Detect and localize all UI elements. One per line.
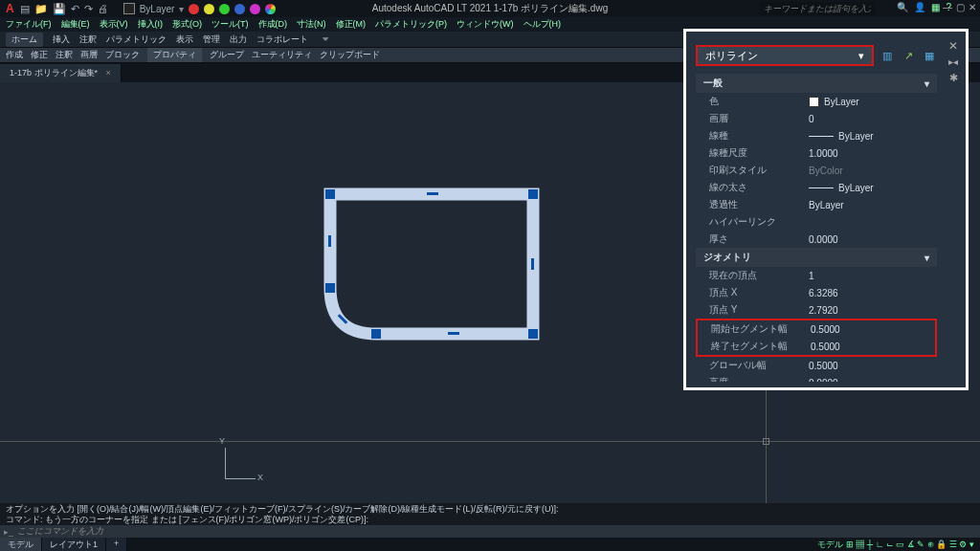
menu-format[interactable]: 形式(O) bbox=[172, 18, 202, 31]
menu-modify[interactable]: 修正(M) bbox=[336, 18, 367, 31]
object-type-dropdown[interactable]: ポリライン ▾ bbox=[696, 45, 874, 66]
property-row[interactable]: 色ByLayer bbox=[696, 93, 937, 110]
menu-tools[interactable]: ツール(T) bbox=[212, 18, 249, 31]
property-value[interactable]: ByLayer bbox=[809, 200, 937, 210]
qat-redo-icon[interactable]: ↷ bbox=[84, 3, 93, 15]
midpoint-grip[interactable] bbox=[328, 235, 331, 247]
property-value[interactable]: 0 bbox=[809, 114, 937, 124]
color-wheel-icon[interactable] bbox=[265, 4, 276, 14]
midpoint-grip[interactable] bbox=[448, 332, 459, 335]
palette-close-icon[interactable]: ✕ bbox=[948, 39, 958, 53]
minimize-button[interactable]: — bbox=[943, 2, 952, 12]
status-toggles[interactable]: モデル ⊞ ▦ ┼ ∟ ⌙ ▭ ∡ ✎ ⊕ 🔒 ☰ ⚙ ▾ bbox=[817, 539, 974, 551]
tab-view[interactable]: 表示 bbox=[176, 33, 193, 46]
property-value[interactable]: ByLayer bbox=[809, 131, 937, 142]
menu-file[interactable]: ファイル(F) bbox=[6, 18, 52, 31]
qat-new-icon[interactable]: ▤ bbox=[20, 3, 30, 15]
select-objects-icon[interactable]: ↗ bbox=[901, 48, 916, 63]
qat-undo-icon[interactable]: ↶ bbox=[71, 3, 79, 15]
panel-clipboard[interactable]: クリップボード bbox=[320, 49, 380, 61]
menu-draw[interactable]: 作成(D) bbox=[258, 18, 288, 31]
panel-block[interactable]: ブロック bbox=[105, 49, 140, 61]
property-value[interactable]: 0.0000 bbox=[809, 234, 937, 245]
section-general[interactable]: 一般 ▾ bbox=[696, 74, 937, 93]
midpoint-grip[interactable] bbox=[531, 258, 534, 270]
panel-groups[interactable]: グループ bbox=[210, 49, 244, 61]
property-value[interactable]: 2.7920 bbox=[809, 305, 937, 316]
selected-polyline[interactable] bbox=[323, 187, 540, 341]
close-button[interactable]: ✕ bbox=[969, 2, 976, 12]
property-row[interactable]: 線の太さByLayer bbox=[696, 179, 937, 196]
property-row[interactable]: 厚さ0.0000 bbox=[696, 231, 937, 248]
layout-tab-layout1[interactable]: レイアウト1 bbox=[42, 538, 106, 552]
tab-close-icon[interactable]: × bbox=[106, 68, 111, 77]
property-value[interactable]: 1.0000 bbox=[809, 148, 937, 159]
panel-annotation[interactable]: 注釈 bbox=[56, 49, 73, 61]
property-value[interactable]: 6.3286 bbox=[809, 288, 937, 298]
quick-access-toolbar[interactable]: ▤ 📁 💾 ↶ ↷ 🖨 bbox=[20, 3, 108, 15]
menu-view[interactable]: 表示(V) bbox=[100, 18, 128, 31]
property-value[interactable]: ByLayer bbox=[809, 97, 937, 107]
color-green-icon[interactable] bbox=[219, 4, 230, 14]
panel-draw[interactable]: 作成 bbox=[6, 49, 23, 61]
tab-annotate[interactable]: 注釈 bbox=[79, 33, 97, 46]
property-row[interactable]: 印刷スタイルByColor bbox=[696, 162, 937, 179]
color-magenta-icon[interactable] bbox=[250, 4, 260, 14]
tab-collaborate[interactable]: コラボレート bbox=[256, 33, 308, 46]
property-value[interactable]: ByLayer bbox=[809, 183, 937, 193]
midpoint-grip[interactable] bbox=[427, 192, 438, 195]
app-store-icon[interactable]: ▦ bbox=[931, 2, 940, 12]
palette-options-icon[interactable]: ✱ bbox=[949, 72, 958, 84]
command-input-line[interactable]: ▸_ ここにコマンドを入力 bbox=[0, 525, 980, 538]
tab-insert[interactable]: 挿入 bbox=[53, 33, 70, 46]
panel-layers[interactable]: 画層 bbox=[80, 49, 98, 61]
property-value[interactable]: 0.5000 bbox=[809, 361, 937, 371]
property-row[interactable]: 現在の頂点1 bbox=[696, 267, 937, 284]
menu-dimension[interactable]: 寸法(N) bbox=[297, 18, 326, 31]
layer-color-control[interactable]: ByLayer ▾ bbox=[123, 3, 277, 14]
property-value[interactable]: 0.5000 bbox=[811, 324, 935, 335]
property-row[interactable]: グローバル幅0.5000 bbox=[696, 357, 937, 374]
pickadd-toggle-icon[interactable]: ▦ bbox=[922, 48, 937, 63]
property-row[interactable]: 透過性ByLayer bbox=[696, 196, 937, 213]
property-value[interactable]: ByColor bbox=[809, 165, 937, 176]
search-icon[interactable]: 🔍 bbox=[897, 2, 908, 12]
property-value[interactable]: 1 bbox=[809, 271, 937, 281]
layout-tab-model[interactable]: モデル bbox=[0, 538, 42, 552]
color-yellow-icon[interactable] bbox=[204, 4, 214, 14]
menu-edit[interactable]: 編集(E) bbox=[61, 18, 90, 31]
color-red-icon[interactable] bbox=[189, 4, 199, 14]
ribbon-more-icon[interactable]: ⏷ bbox=[322, 34, 330, 44]
property-row[interactable]: 画層0 bbox=[696, 110, 937, 127]
maximize-button[interactable]: ▢ bbox=[956, 2, 965, 12]
tab-home[interactable]: ホーム bbox=[6, 33, 43, 47]
property-row[interactable]: 開始セグメント幅0.5000 bbox=[698, 320, 935, 338]
property-row[interactable]: 線種ByLayer bbox=[696, 127, 937, 144]
property-value[interactable]: 0.0000 bbox=[809, 378, 937, 383]
tab-output[interactable]: 出力 bbox=[230, 33, 247, 46]
menu-parametric[interactable]: パラメトリック(P) bbox=[375, 18, 447, 31]
property-value[interactable]: 0.5000 bbox=[811, 342, 935, 352]
property-row[interactable]: 終了セグメント幅0.5000 bbox=[698, 338, 935, 355]
panel-modify[interactable]: 修正 bbox=[31, 49, 48, 61]
property-row[interactable]: ハイパーリンク bbox=[696, 213, 937, 231]
menu-window[interactable]: ウィンドウ(W) bbox=[457, 18, 514, 31]
tab-parametric[interactable]: パラメトリック bbox=[106, 33, 167, 46]
menu-help[interactable]: ヘルプ(H) bbox=[523, 18, 562, 31]
property-row[interactable]: 高度0.0000 bbox=[696, 374, 937, 382]
panel-utilities[interactable]: ユーティリティ bbox=[252, 49, 312, 61]
qat-save-icon[interactable]: 💾 bbox=[53, 3, 66, 15]
property-row[interactable]: 頂点 X6.3286 bbox=[696, 284, 937, 301]
property-row[interactable]: 頂点 Y2.7920 bbox=[696, 301, 937, 319]
tab-manage[interactable]: 管理 bbox=[203, 33, 220, 46]
document-tab[interactable]: 1-17b ポリライン編集* × bbox=[0, 64, 122, 82]
signin-icon[interactable]: 👤 bbox=[914, 2, 925, 12]
layout-tab-add[interactable]: + bbox=[106, 538, 127, 552]
panel-properties[interactable]: プロパティ bbox=[147, 48, 202, 62]
section-geometry[interactable]: ジオメトリ ▾ bbox=[696, 248, 937, 267]
qat-print-icon[interactable]: 🖨 bbox=[98, 3, 108, 15]
palette-collapse-icon[interactable]: ▸◂ bbox=[948, 56, 958, 67]
property-row[interactable]: 線種尺度1.0000 bbox=[696, 144, 937, 162]
qat-open-icon[interactable]: 📁 bbox=[34, 3, 48, 15]
quick-select-icon[interactable]: ▥ bbox=[880, 48, 895, 63]
